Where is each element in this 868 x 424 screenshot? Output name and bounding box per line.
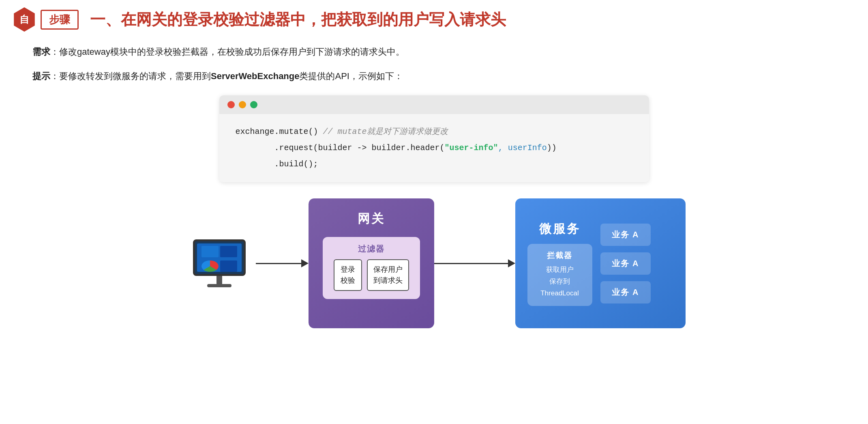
filter-item-save: 保存用户 到请求头 (367, 259, 409, 291)
hint-section: 提示：要修改转发到微服务的请求，需要用到ServerWebExchange类提供… (32, 68, 836, 84)
service-badge-3: 业务 A (600, 281, 651, 303)
screen-tile-2 (220, 246, 237, 257)
filter-items: 登录 校验 保存用户 到请求头 (334, 259, 409, 291)
micro-left: 微服务 拦截器 获取用户 保存到 ThreadLocal (527, 221, 592, 306)
requirement-text: ：修改gateway模块中的登录校验拦截器，在校验成功后保存用户到下游请求的请求… (50, 47, 405, 57)
service-badge-2: 业务 A (600, 252, 651, 275)
hint-text-after: 类提供的API，示例如下： (299, 71, 403, 81)
arrow-1 (256, 259, 309, 267)
arrow-head-2 (508, 259, 515, 267)
arrow-head-1 (301, 259, 309, 267)
requirement-label: 需求 (32, 47, 50, 57)
requirement-section: 需求：修改gateway模块中的登录校验拦截器，在校验成功后保存用户到下游请求的… (32, 44, 836, 60)
filter-title: 过滤器 (358, 243, 385, 254)
step-icon: 自 步骤 (12, 7, 79, 32)
code-method-2: .request(builder -> builder.header( (236, 143, 445, 153)
step-badge: 步骤 (41, 10, 79, 30)
code-string-1: "user-info" (445, 143, 498, 153)
code-line-2: .request(builder -> builder.header("user… (236, 140, 633, 156)
client-computer (183, 239, 256, 287)
interceptor-box: 拦截器 获取用户 保存到 ThreadLocal (527, 244, 592, 306)
code-method-3: )) (547, 143, 557, 153)
interceptor-content: 获取用户 保存到 ThreadLocal (535, 264, 585, 299)
arrow-2 (434, 259, 515, 267)
gateway-box: 网关 过滤器 登录 校验 保存用户 到请求头 (309, 198, 434, 328)
code-comment-1: // mutate就是对下游请求做更改 (323, 127, 448, 136)
hexagon-char: 自 (19, 13, 29, 26)
code-titlebar (219, 95, 649, 114)
monitor (193, 239, 246, 276)
chrome-icon (201, 260, 219, 272)
interceptor-title: 拦截器 (535, 250, 585, 261)
close-dot (227, 101, 235, 108)
hexagon-icon: 自 (12, 7, 36, 32)
gateway-title: 网关 (358, 211, 385, 227)
service-badge-1: 业务 A (600, 224, 651, 246)
screen-tile-4 (220, 260, 237, 272)
code-param-1: , userInfo (498, 143, 547, 153)
page-title: 一、在网关的登录校验过滤器中，把获取到的用户写入请求头 (90, 9, 506, 30)
screen-tile-1 (201, 246, 219, 257)
hint-label: 提示 (32, 71, 50, 81)
page-header: 自 步骤 一、在网关的登录校验过滤器中，把获取到的用户写入请求头 (0, 0, 868, 36)
microservice-box: 微服务 拦截器 获取用户 保存到 ThreadLocal 业务 A 业务 A 业… (515, 198, 686, 328)
hint-bold: ServerWebExchange (211, 71, 299, 81)
hint-text-before: ：要修改转发到微服务的请求，需要用到 (50, 71, 211, 81)
code-method-1: exchange.mutate() (236, 127, 323, 136)
filter-box: 过滤器 登录 校验 保存用户 到请求头 (323, 237, 420, 299)
filter-item-login: 登录 校验 (334, 259, 362, 291)
code-line-1: exchange.mutate() // mutate就是对下游请求做更改 (236, 124, 633, 140)
content-area: 需求：修改gateway模块中的登录校验拦截器，在校验成功后保存用户到下游请求的… (0, 36, 868, 332)
maximize-dot (250, 101, 257, 108)
monitor-stand (216, 276, 222, 284)
minimize-dot (239, 101, 246, 108)
monitor-base (207, 284, 231, 287)
code-window: exchange.mutate() // mutate就是对下游请求做更改 .r… (219, 95, 649, 182)
micro-title: 微服务 (539, 221, 581, 237)
code-line-3: .build(); (236, 156, 633, 172)
code-body: exchange.mutate() // mutate就是对下游请求做更改 .r… (219, 114, 649, 182)
code-method-4: .build(); (236, 159, 318, 169)
micro-right: 业务 A 业务 A 业务 A (600, 224, 651, 303)
arrow-line-1 (256, 263, 301, 264)
monitor-screen (197, 243, 242, 272)
architecture-diagram: 网关 过滤器 登录 校验 保存用户 到请求头 (32, 194, 836, 332)
arrow-line-2 (434, 263, 508, 264)
